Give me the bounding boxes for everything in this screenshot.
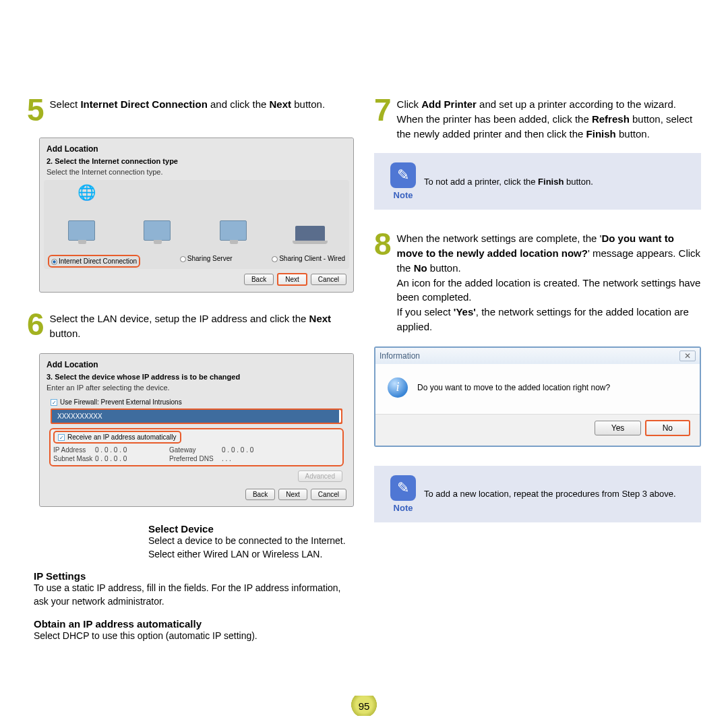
no-button[interactable]: No	[645, 420, 690, 436]
auto-ip-text: Select DHCP to use this option (automati…	[34, 630, 354, 643]
select-device-title: Select Device	[148, 523, 354, 535]
dialog-hint: Enter an IP after selecting the device.	[44, 382, 349, 396]
radio-icon	[272, 256, 278, 262]
note-text: To not add a printer, click the Finish b…	[424, 177, 593, 187]
back-button[interactable]: Back	[245, 489, 275, 500]
pc-icon	[144, 220, 171, 241]
note-box: ✎ Note To add a new location, repeat the…	[374, 466, 701, 522]
step-6: 6 Select the LAN device, setup the IP ad…	[27, 309, 354, 341]
auto-ip-title: Obtain an IP address automatically	[34, 618, 354, 630]
step-number: 8	[374, 229, 392, 334]
dns-label: Preferred DNS	[169, 455, 222, 462]
step-text: When the network settings are complete, …	[397, 229, 701, 334]
pc-icon	[220, 220, 247, 241]
radio-icon	[51, 259, 57, 265]
dialog-subtitle: 3. Select the device whose IP address is…	[44, 371, 349, 382]
radio-icon	[180, 256, 186, 262]
globe-icon: 🌐	[78, 184, 96, 202]
add-location-dialog-2: Add Location 3. Select the device whose …	[39, 353, 354, 508]
dialog-subtitle: 2. Select the Internet connection type	[44, 156, 349, 166]
ip-address-label: IP Address	[53, 446, 95, 454]
close-button[interactable]: ✕	[679, 351, 696, 361]
next-button[interactable]: Next	[278, 489, 307, 500]
dialog-title: Add Location	[44, 142, 349, 156]
step-7: 7 Click Add Printer and set up a printer…	[374, 94, 701, 141]
ip-settings-block: ✓Receive an IP address automatically IP …	[49, 428, 344, 466]
note-label: Note	[382, 190, 424, 200]
step-number: 7	[374, 94, 392, 141]
option-sharing-client[interactable]: Sharing Client - Wired	[272, 255, 345, 268]
cancel-button[interactable]: Cancel	[311, 274, 346, 285]
select-device-text: Select a device to be connected to the I…	[148, 535, 354, 561]
dialog-hint: Select the Internet connection type.	[44, 166, 349, 180]
device-select[interactable]: XXXXXXXXXX	[51, 408, 342, 424]
yes-button[interactable]: Yes	[595, 421, 642, 435]
connection-options: 🌐 Internet Direct Connection Sharing Ser…	[44, 180, 349, 269]
pc-icon	[68, 220, 95, 241]
add-location-dialog-1: Add Location 2. Select the Internet conn…	[39, 138, 354, 293]
callouts: Select Device Select a device to be conn…	[34, 523, 354, 642]
ip-settings-title: IP Settings	[34, 570, 354, 582]
subnet-label: Subnet Mask	[53, 455, 95, 462]
step-text: Click Add Printer and set up a printer a…	[397, 94, 701, 141]
step-text: Select Internet Direct Connection and cl…	[50, 94, 326, 125]
back-button[interactable]: Back	[244, 274, 274, 285]
ip-settings-text: To use a static IP address, fill in the …	[34, 582, 354, 608]
check-icon: ✓	[51, 399, 57, 406]
firewall-checkbox[interactable]: ✓Use Firewall: Prevent External Intrusio…	[48, 397, 345, 407]
laptop-icon	[295, 226, 325, 241]
note-icon: ✎	[390, 162, 416, 188]
ip-address-value[interactable]: 0 . 0 . 0 . 0	[95, 446, 169, 454]
step-text: Select the LAN device, setup the IP addr…	[50, 309, 354, 341]
dialog-title: Add Location	[44, 358, 349, 371]
gateway-label: Gateway	[169, 446, 222, 454]
right-column: 7 Click Add Printer and set up a printer…	[374, 94, 701, 652]
page-number: 95	[350, 696, 378, 716]
information-dialog: Information ✕ i Do you want to move to t…	[374, 346, 701, 447]
auto-ip-checkbox[interactable]: ✓Receive an IP address automatically	[53, 431, 181, 444]
cancel-button[interactable]: Cancel	[311, 489, 346, 500]
info-message: Do you want to move to the added locatio…	[417, 383, 610, 392]
info-icon: i	[388, 377, 408, 398]
note-label: Note	[382, 503, 424, 513]
next-button[interactable]: Next	[277, 273, 307, 286]
step-8: 8 When the network settings are complete…	[374, 229, 701, 334]
step-number: 5	[27, 94, 44, 125]
dns-value[interactable]: . . .	[222, 455, 296, 462]
step-number: 6	[27, 309, 44, 341]
check-icon: ✓	[58, 434, 65, 441]
note-icon: ✎	[390, 475, 416, 501]
option-internet-direct[interactable]: Internet Direct Connection	[48, 255, 140, 268]
advanced-button: Advanced	[298, 471, 342, 482]
note-box: ✎ Note To not add a printer, click the F…	[374, 153, 701, 210]
option-sharing-server[interactable]: Sharing Server	[180, 255, 233, 268]
step-5: 5 Select Internet Direct Connection and …	[27, 94, 354, 125]
left-column: 5 Select Internet Direct Connection and …	[27, 94, 354, 652]
subnet-value[interactable]: 0 . 0 . 0 . 0	[95, 455, 169, 462]
note-text: To add a new location, repeat the proced…	[424, 489, 676, 499]
info-title: Information	[380, 351, 420, 361]
gateway-value[interactable]: 0 . 0 . 0 . 0	[222, 446, 296, 454]
